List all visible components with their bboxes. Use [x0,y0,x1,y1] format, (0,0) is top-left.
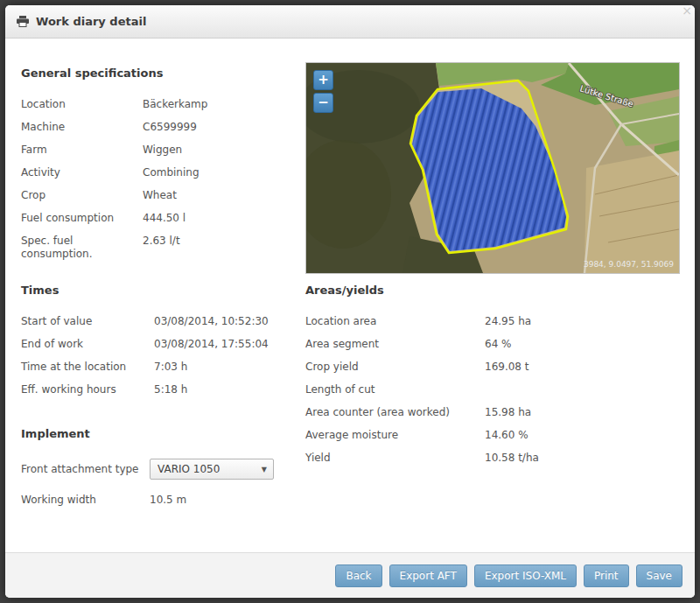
times-row: Eff. working hours5:18 h [21,383,301,396]
spec-value: Combining [143,166,200,179]
spec-row: FarmWiggen [21,144,301,157]
front-attachment-label: Front attachment type [21,463,150,475]
times-label: Start of value [21,315,154,328]
times-row: Time at the location7:03 h [21,361,301,374]
front-attachment-select[interactable]: VARIO 1050 ▼ [150,459,274,480]
front-attachment-row: Front attachment type VARIO 1050 ▼ [21,459,310,480]
times-value: 7:03 h [154,361,187,374]
spec-value: Wheat [143,189,177,202]
areas-yields-section: Areas/yields Location area24.95 ha Area … [305,284,682,474]
areas-value: 169.08 t [485,361,529,374]
export-aft-button[interactable]: Export AFT [389,564,467,587]
spec-value: C6599999 [143,121,197,134]
work-diary-dialog: Work diary detail General specifications… [5,5,695,598]
dialog-title: Work diary detail [36,15,146,28]
times-heading: Times [21,284,301,297]
spec-label: Activity [21,166,143,179]
areas-label: Length of cut [305,383,485,396]
areas-row: Area segment64 % [305,338,682,351]
times-section: Times Start of value03/08/2014, 10:52:30… [21,284,301,406]
spec-row: Fuel consumption444.50 l [21,212,301,225]
times-value: 03/08/2014, 17:55:04 [154,338,269,351]
spec-row: LocationBäckerkamp [21,98,301,111]
times-row: Start of value03/08/2014, 10:52:30 [21,315,301,328]
spec-value: Bäckerkamp [143,98,207,111]
chevron-down-icon: ▼ [262,466,267,473]
work-diary-icon [17,16,29,27]
working-width-value: 10.5 m [150,494,186,506]
spec-row: CropWheat [21,189,301,202]
areas-value: 14.60 % [485,429,528,442]
areas-row: Area counter (area worked)15.98 ha [305,406,682,419]
areas-label: Crop yield [305,361,485,374]
areas-value: 15.98 ha [485,406,531,419]
implement-section: Implement Front attachment type VARIO 10… [21,427,310,520]
areas-row: Yield10.58 t/ha [305,452,682,465]
spec-value: 2.63 l/t [143,235,180,261]
times-label: Eff. working hours [21,383,154,396]
spec-label: Spec. fuel consumption. [21,235,143,261]
page-background: × Work diary detail General specificatio… [0,0,700,603]
spec-label: Crop [21,189,143,202]
areas-row: Location area24.95 ha [305,315,682,328]
implement-heading: Implement [21,427,310,440]
areas-yields-heading: Areas/yields [305,284,682,297]
spec-label: Fuel consumption [21,212,143,225]
dialog-header: Work diary detail [5,5,695,39]
spec-row: Spec. fuel consumption.2.63 l/t [21,235,301,261]
close-icon[interactable]: × [682,4,692,18]
zoom-out-button[interactable]: − [313,93,333,113]
general-specifications-section: General specifications LocationBäckerkam… [21,67,301,270]
spec-value: 444.50 l [143,212,186,225]
times-value: 5:18 h [154,383,187,396]
areas-value: 64 % [485,338,512,351]
times-value: 03/08/2014, 10:52:30 [154,315,269,328]
areas-value: 24.95 ha [485,315,531,328]
spec-label: Farm [21,144,143,157]
map-coordinates: 3984, 9.0497, 51.9069 [584,260,674,269]
times-row: End of work03/08/2014, 17:55:04 [21,338,301,351]
spec-row: MachineC6599999 [21,121,301,134]
print-button[interactable]: Print [584,564,629,587]
areas-label: Area segment [305,338,485,351]
export-iso-xml-button[interactable]: Export ISO-XML [474,564,577,587]
satellite-map-image: Lütke Straße 3984, 9.0497, 51.9069 [306,63,679,273]
spec-label: Machine [21,121,143,134]
save-button[interactable]: Save [636,564,682,587]
field-map[interactable]: Lütke Straße 3984, 9.0497, 51.9069 + − [305,62,680,274]
spec-label: Location [21,98,143,111]
dialog-footer: Back Export AFT Export ISO-XML Print Sav… [5,552,695,598]
back-button[interactable]: Back [335,564,382,587]
areas-row: Average moisture14.60 % [305,429,682,442]
front-attachment-selected-value: VARIO 1050 [158,463,220,475]
areas-label: Yield [305,452,485,465]
spec-row: ActivityCombining [21,166,301,179]
areas-label: Area counter (area worked) [305,406,485,419]
areas-label: Average moisture [305,429,485,442]
areas-row: Crop yield169.08 t [305,361,682,374]
spec-value: Wiggen [143,144,182,157]
zoom-in-button[interactable]: + [313,70,333,90]
times-label: Time at the location [21,361,154,374]
areas-value: 10.58 t/ha [485,452,539,465]
areas-label: Location area [305,315,485,328]
times-label: End of work [21,338,154,351]
areas-row: Length of cut [305,383,682,396]
general-specifications-heading: General specifications [21,67,301,80]
working-width-row: Working width 10.5 m [21,489,310,510]
working-width-label: Working width [21,494,150,506]
